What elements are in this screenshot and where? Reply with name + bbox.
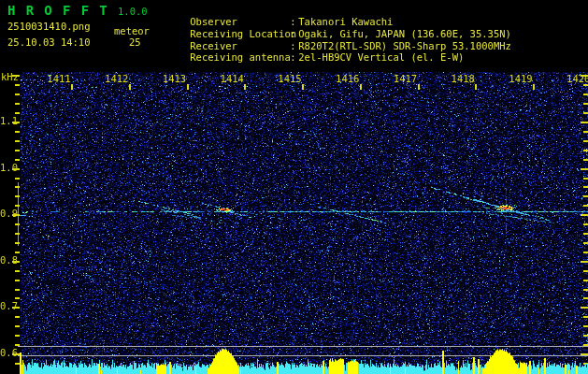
x-tick-label: 1420 [560,74,588,84]
observation-mode: meteor [114,25,150,36]
header-separator: : [290,52,298,63]
x-tick-label: 1413 [156,74,194,84]
x-tick-label: 1415 [271,74,308,84]
header-label: Receiving antenna [190,52,290,63]
x-tick-label: 1414 [213,74,251,84]
x-tick-label: 1412 [98,74,136,84]
y-tick-label: 1.0 [0,163,13,173]
app-title: H R O F F T [7,3,108,18]
hrofft-window: H R O F F T 1.0.0 2510031410.png meteor … [0,0,588,374]
x-tick-label: 1418 [444,74,481,84]
header-value: 2el-HB9CV Vertical (el. E-W) [298,51,464,63]
echo-count: 25 [129,36,141,48]
y-axis-unit: kHz [1,72,19,82]
y-tick-label: 0.6 [0,348,13,358]
y-tick-label: 0.8 [0,255,13,266]
y-tick-label: 0.9 [0,209,13,219]
x-tick-label: 1416 [329,74,366,84]
header-row-antenna: Receiving antenna:2el-HB9CV Vertical (el… [166,42,464,73]
app-version: 1.0.0 [118,6,148,17]
output-filename: 2510031410.png [7,21,91,32]
y-tick-label: 1.1 [0,116,13,126]
date-time: 25.10.03 14:10 [7,36,91,48]
x-tick-label: 1411 [40,74,78,84]
x-tick-label: 1419 [502,74,539,84]
y-tick-label: 0.7 [0,301,13,311]
x-tick-label: 1417 [387,74,424,84]
